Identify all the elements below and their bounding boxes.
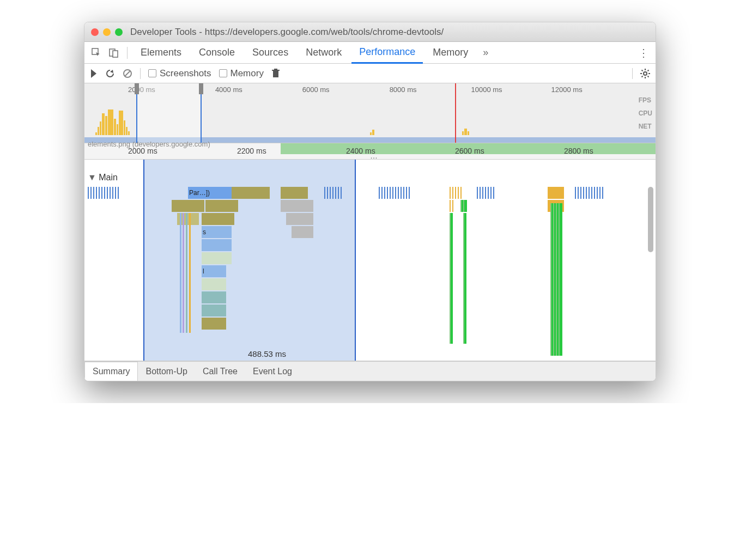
details-tabs: Summary Bottom-Up Call Tree Event Log: [84, 361, 656, 381]
screenshots-label: Screenshots: [160, 68, 211, 79]
selection-handle-right[interactable]: [199, 83, 203, 94]
svg-rect-6: [272, 70, 280, 71]
tab-network[interactable]: Network: [298, 42, 349, 64]
flame-block-l[interactable]: l: [202, 265, 226, 277]
tab-memory[interactable]: Memory: [425, 42, 476, 64]
flame-block[interactable]: [202, 278, 226, 290]
track-main-label[interactable]: Main: [88, 173, 118, 182]
svg-rect-2: [113, 51, 118, 57]
separator: [140, 68, 141, 79]
device-toggle-icon[interactable]: [106, 45, 122, 60]
separator: [127, 47, 128, 59]
memory-label: Memory: [231, 68, 264, 79]
svg-point-8: [644, 72, 647, 75]
zoom-icon[interactable]: [115, 28, 123, 36]
panel-tabs: Elements Console Sources Network Perform…: [84, 42, 656, 64]
selection-duration: 488.53 ms: [248, 349, 286, 358]
ellipsis: …: [370, 151, 378, 160]
reload-icon[interactable]: [105, 69, 115, 78]
flame-stripe: [180, 213, 181, 333]
flame-block[interactable]: [202, 239, 232, 251]
minimize-icon[interactable]: [103, 28, 111, 36]
perf-toolbar: Screenshots Memory: [84, 64, 656, 83]
timeline-ruler[interactable]: elements.png (developers.google.com) 200…: [84, 143, 656, 160]
svg-rect-7: [274, 69, 277, 70]
window-title: Developer Tools - https://developers.goo…: [130, 27, 444, 38]
flame-block-s[interactable]: s: [202, 226, 232, 238]
more-tabs-icon[interactable]: »: [478, 45, 493, 60]
devtools-window: Developer Tools - https://developers.goo…: [84, 22, 656, 381]
kebab-menu-icon[interactable]: ⋮: [636, 45, 651, 60]
svg-line-15: [642, 76, 643, 77]
separator: [632, 68, 633, 79]
trash-icon[interactable]: [271, 69, 280, 78]
settings-icon[interactable]: [640, 69, 650, 78]
flame-chart[interactable]: Main 488.53 ms Par…]): [84, 160, 656, 361]
flame-stripe: [183, 213, 184, 333]
flame-block[interactable]: [202, 291, 226, 303]
flame-block[interactable]: [281, 200, 313, 212]
flame-block[interactable]: [205, 200, 238, 212]
screenshots-checkbox[interactable]: Screenshots: [148, 68, 211, 79]
svg-line-4: [125, 71, 130, 76]
svg-line-14: [648, 76, 649, 77]
flame-stripe: [186, 213, 187, 333]
scrollbar[interactable]: [648, 187, 653, 252]
flame-block[interactable]: [292, 226, 313, 238]
overview-selection[interactable]: [136, 83, 202, 143]
record-icon[interactable]: [90, 69, 98, 78]
tab-bottom-up[interactable]: Bottom-Up: [138, 362, 195, 381]
overview-chart[interactable]: 2000 ms 4000 ms 6000 ms 8000 ms 10000 ms…: [84, 83, 656, 143]
flame-block[interactable]: [548, 187, 564, 199]
task-stripes: [450, 200, 455, 212]
close-icon[interactable]: [91, 28, 99, 36]
selection-handle-left[interactable]: [135, 83, 139, 94]
svg-line-13: [642, 70, 643, 71]
svg-line-16: [648, 70, 649, 71]
tab-sources[interactable]: Sources: [245, 42, 296, 64]
tab-event-log[interactable]: Event Log: [245, 362, 300, 381]
tab-performance[interactable]: Performance: [351, 42, 423, 64]
inspect-icon[interactable]: [89, 45, 104, 60]
flame-block[interactable]: [202, 318, 226, 330]
tab-console[interactable]: Console: [191, 42, 242, 64]
svg-rect-5: [273, 71, 278, 77]
titlebar[interactable]: Developer Tools - https://developers.goo…: [84, 22, 656, 42]
memory-checkbox[interactable]: Memory: [219, 68, 264, 79]
clear-icon[interactable]: [123, 69, 132, 78]
window-controls: [91, 28, 123, 36]
flame-block[interactable]: [202, 213, 234, 225]
tab-call-tree[interactable]: Call Tree: [195, 362, 245, 381]
flame-block[interactable]: [172, 200, 204, 212]
tab-elements[interactable]: Elements: [133, 42, 189, 64]
flame-block[interactable]: [202, 252, 232, 264]
flame-stripe: [189, 213, 191, 333]
flame-block[interactable]: [202, 305, 226, 316]
tab-summary[interactable]: Summary: [84, 362, 138, 381]
task-stripes: [460, 200, 467, 212]
marker-line: [455, 83, 456, 143]
flame-block[interactable]: [286, 213, 313, 225]
task-stripes: [575, 187, 635, 199]
